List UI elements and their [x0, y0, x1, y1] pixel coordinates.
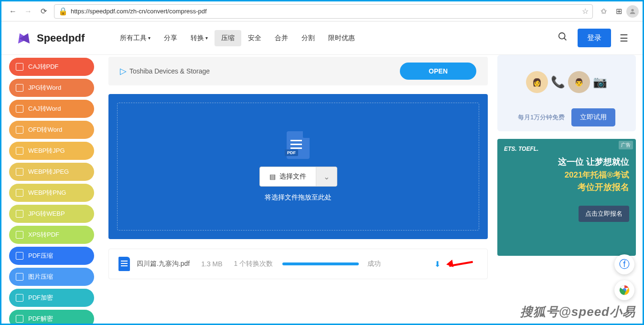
select-file-button[interactable]: ▤选择文件 ⌄	[259, 167, 337, 187]
download-icon[interactable]: ⬇	[434, 260, 440, 269]
camera-icon: 📷	[593, 75, 607, 89]
convert-icon	[16, 315, 23, 323]
annotation-arrow	[449, 263, 478, 265]
lock-icon: 🔒	[58, 7, 68, 16]
refresh-button[interactable]: ⟳	[36, 4, 51, 19]
convert-icon	[16, 252, 23, 260]
ad-top-text: Toshiba Devices & Storage	[129, 67, 210, 75]
sidebar-item-10[interactable]: 图片压缩	[9, 268, 94, 286]
chrome-button[interactable]	[614, 280, 634, 300]
nav-security[interactable]: 安全	[241, 30, 268, 46]
logo[interactable]: Speedpdf	[16, 30, 85, 46]
nav-convert[interactable]: 转换▾	[184, 30, 215, 46]
sidebar-item-5[interactable]: WEBP转JPEG	[9, 163, 94, 181]
promo1-text: 每月1万分钟免费	[518, 113, 565, 122]
sidebar-item-12[interactable]: PDF解密	[9, 310, 94, 324]
star-outline-icon[interactable]: ☆	[582, 7, 589, 16]
sidebar: CAJ转PDFJPG转WordCAJ转WordOFD转WordWEBP转JPGW…	[1, 55, 102, 324]
sidebar-item-4[interactable]: WEBP转JPG	[9, 142, 94, 160]
facebook-button[interactable]: ⓕ	[614, 254, 634, 274]
sidebar-item-11[interactable]: PDF加密	[9, 289, 94, 307]
logo-icon	[16, 30, 32, 46]
convert-icon	[16, 84, 23, 92]
select-file-dropdown[interactable]: ⌄	[316, 167, 337, 186]
pdf-file-icon: PDF	[287, 131, 310, 159]
browser-toolbar: ← → ⟳ 🔒 https://speedpdf.com/zh-cn/conve…	[1, 1, 643, 21]
sidebar-item-0[interactable]: CAJ转PDF	[9, 58, 94, 76]
chevron-down-icon: ⌄	[323, 172, 330, 181]
convert-icon	[16, 189, 23, 197]
conversion-result-row: 四川篇.九寨沟.pdf 1.3 MB 1 个转换次数 成功 ⬇	[108, 249, 488, 279]
result-status: 成功	[367, 260, 381, 268]
result-conv-count: 1 个转换次数	[234, 260, 273, 268]
profile-avatar[interactable]	[626, 5, 639, 18]
promo-card-trial[interactable]: 👩 📞 👨 📷 每月1万分钟免费 立即试用	[497, 55, 636, 131]
convert-icon	[16, 168, 23, 176]
main-nav: 所有工具▾ 分享 转换▾ 压缩 安全 合并 分割 限时优惠	[113, 30, 362, 46]
svg-point-0	[631, 9, 633, 11]
convert-icon	[16, 126, 23, 134]
nav-share[interactable]: 分享	[157, 30, 184, 46]
promo-card-toefl[interactable]: 广告 ETS. TOEFL. 这一位 让梦想就位 2021年托福®考试 考位开放…	[497, 139, 636, 256]
main-area: ▷ Toshiba Devices & Storage OPEN PDF ▤选择…	[102, 55, 494, 324]
upload-dropzone[interactable]: PDF ▤选择文件 ⌄ 将选择文件拖放至此处	[108, 94, 488, 239]
convert-icon	[16, 273, 23, 281]
convert-icon	[16, 63, 23, 71]
chevron-down-icon: ▾	[205, 35, 208, 41]
sidebar-item-2[interactable]: CAJ转Word	[9, 100, 94, 118]
promo2-line2: 2021年托福®考试	[504, 169, 629, 180]
svg-point-1	[559, 33, 565, 39]
collections-button[interactable]: ⊞	[611, 4, 626, 19]
convert-icon	[16, 147, 23, 155]
ad-open-button[interactable]: OPEN	[400, 63, 476, 80]
convert-icon	[16, 105, 23, 113]
back-button[interactable]: ←	[5, 4, 21, 19]
document-icon: ▤	[269, 173, 276, 180]
nav-merge[interactable]: 合并	[268, 30, 295, 46]
menu-icon[interactable]: ☰	[620, 32, 628, 44]
promo2-line3: 考位开放报名	[504, 181, 629, 193]
convert-icon	[16, 294, 23, 302]
promo1-illustration: 👩 📞 👨 📷	[502, 60, 631, 105]
login-button[interactable]: 登录	[578, 29, 611, 47]
promo2-cta-button[interactable]: 点击立即报名	[579, 206, 629, 222]
forward-button[interactable]: →	[21, 4, 36, 19]
site-header: Speedpdf 所有工具▾ 分享 转换▾ 压缩 安全 合并 分割 限时优惠 登…	[1, 21, 643, 55]
result-filesize: 1.3 MB	[201, 260, 222, 268]
watermark-text: 搜狐号@speed小易	[520, 304, 636, 320]
brand-name: Speedpdf	[37, 32, 85, 44]
floating-buttons: ⓕ	[614, 254, 634, 300]
sidebar-item-1[interactable]: JPG转Word	[9, 79, 94, 97]
nav-compress[interactable]: 压缩	[215, 30, 241, 46]
file-icon	[118, 257, 130, 271]
convert-icon	[16, 231, 23, 239]
search-icon[interactable]	[558, 31, 568, 44]
nav-split[interactable]: 分割	[295, 30, 322, 46]
favorites-button[interactable]: ✩	[596, 4, 611, 19]
ad-play-icon: ▷	[120, 66, 127, 76]
svg-line-2	[564, 38, 567, 41]
ad-label: 广告	[619, 141, 633, 149]
url-text: https://speedpdf.com/zh-cn/convert/compr…	[68, 8, 582, 15]
result-progress-bar	[282, 262, 359, 265]
convert-icon	[16, 210, 23, 218]
phone-icon: 📞	[551, 75, 565, 89]
sidebar-item-8[interactable]: XPS转PDF	[9, 226, 94, 244]
dropzone-hint: 将选择文件拖放至此处	[265, 193, 332, 202]
sidebar-item-3[interactable]: OFD转Word	[9, 121, 94, 139]
chevron-down-icon: ▾	[148, 35, 150, 41]
promo2-line1: 这一位 让梦想就位	[504, 156, 629, 168]
sidebar-item-6[interactable]: WEBP转PNG	[9, 184, 94, 202]
result-filename: 四川篇.九寨沟.pdf	[137, 260, 190, 268]
top-ad-banner[interactable]: ▷ Toshiba Devices & Storage OPEN	[108, 57, 488, 85]
try-now-button[interactable]: 立即试用	[571, 108, 615, 126]
address-bar[interactable]: 🔒 https://speedpdf.com/zh-cn/convert/com…	[54, 4, 593, 19]
sidebar-item-7[interactable]: JPG转WEBP	[9, 205, 94, 223]
sidebar-item-9[interactable]: PDF压缩	[9, 247, 94, 265]
toefl-logo: ETS. TOEFL.	[504, 146, 629, 152]
nav-promo[interactable]: 限时优惠	[322, 30, 362, 46]
nav-all-tools[interactable]: 所有工具▾	[113, 30, 157, 46]
